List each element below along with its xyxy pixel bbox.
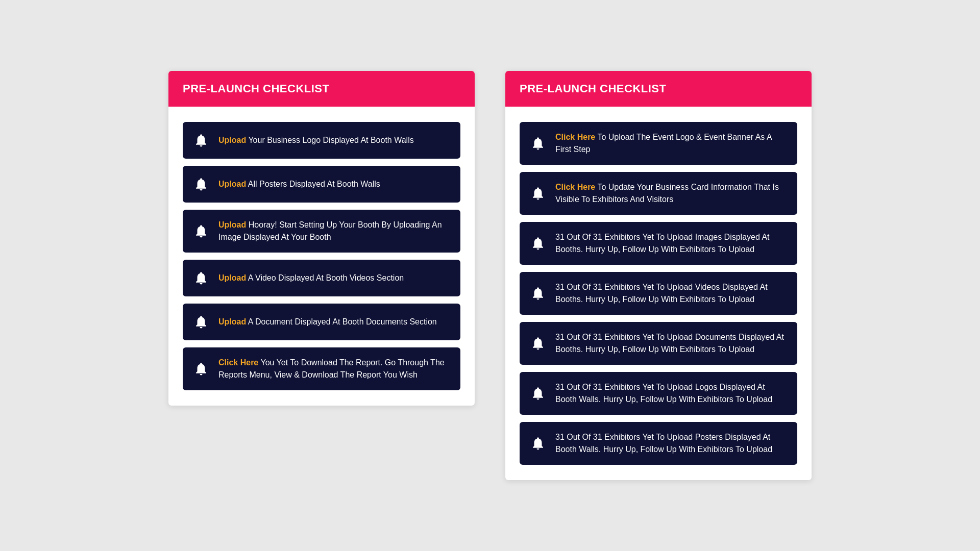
bell-icon [529,284,547,303]
list-item[interactable]: Upload A Document Displayed At Booth Doc… [183,304,460,340]
item-text: Upload Your Business Logo Displayed At B… [218,134,414,146]
bell-icon [529,334,547,353]
bell-icon [192,269,210,287]
bell-icon [192,360,210,378]
item-text: Upload A Video Displayed At Booth Videos… [218,272,404,284]
item-body-text: 31 Out Of 31 Exhibitors Yet To Upload Po… [555,433,772,454]
bell-icon [192,131,210,149]
highlight-label: Upload [218,180,246,188]
item-text: Click Here To Upload The Event Logo & Ev… [555,131,788,156]
list-item[interactable]: Upload Hooray! Start Setting Up Your Boo… [183,210,460,253]
bell-icon [192,175,210,193]
bell-icon [529,134,547,153]
left-checklist-card: PRE-LAUNCH CHECKLIST Upload Your Busines… [168,71,475,406]
left-checklist-header: PRE-LAUNCH CHECKLIST [168,71,475,107]
bell-icon [529,384,547,403]
item-body-text: All Posters Displayed At Booth Walls [248,180,380,188]
list-item[interactable]: 31 Out Of 31 Exhibitors Yet To Upload Lo… [520,372,797,415]
item-text: 31 Out Of 31 Exhibitors Yet To Upload Po… [555,431,788,456]
item-body-text: 31 Out Of 31 Exhibitors Yet To Upload Lo… [555,383,772,404]
bell-icon [529,184,547,203]
item-body-text: Hooray! Start Setting Up Your Booth By U… [218,220,442,241]
item-text: Click Here To Update Your Business Card … [555,181,788,206]
item-text: 31 Out Of 31 Exhibitors Yet To Upload Vi… [555,281,788,306]
list-item[interactable]: 31 Out Of 31 Exhibitors Yet To Upload Im… [520,222,797,265]
list-item[interactable]: Click Here To Update Your Business Card … [520,172,797,215]
list-item[interactable]: Upload A Video Displayed At Booth Videos… [183,260,460,296]
item-body-text: A Video Displayed At Booth Videos Sectio… [248,273,404,282]
item-body-text: A Document Displayed At Booth Documents … [248,317,437,326]
list-item[interactable]: 31 Out Of 31 Exhibitors Yet To Upload Do… [520,322,797,365]
highlight-label: Upload [218,136,246,144]
item-body-text: 31 Out Of 31 Exhibitors Yet To Upload Do… [555,333,784,354]
item-text: Upload A Document Displayed At Booth Doc… [218,316,437,328]
bell-icon [192,222,210,240]
right-checklist-body: Click Here To Upload The Event Logo & Ev… [505,107,812,480]
left-checklist-body: Upload Your Business Logo Displayed At B… [168,107,475,406]
highlight-label: Click Here [555,183,595,191]
item-text: 31 Out Of 31 Exhibitors Yet To Upload Do… [555,331,788,356]
list-item[interactable]: Click Here To Upload The Event Logo & Ev… [520,122,797,165]
bell-icon [529,234,547,253]
item-text: Click Here You Yet To Download The Repor… [218,357,451,381]
highlight-label: Click Here [218,358,258,367]
right-checklist-header: PRE-LAUNCH CHECKLIST [505,71,812,107]
right-checklist-title: PRE-LAUNCH CHECKLIST [520,82,666,95]
left-checklist-title: PRE-LAUNCH CHECKLIST [183,82,329,95]
item-body-text: 31 Out Of 31 Exhibitors Yet To Upload Vi… [555,283,768,304]
highlight-label: Click Here [555,133,595,141]
item-text: 31 Out Of 31 Exhibitors Yet To Upload Lo… [555,381,788,406]
item-text: Upload All Posters Displayed At Booth Wa… [218,178,380,190]
highlight-label: Upload [218,273,246,282]
bell-icon [192,313,210,331]
bell-icon [529,434,547,453]
item-text: Upload Hooray! Start Setting Up Your Boo… [218,219,451,243]
list-item[interactable]: 31 Out Of 31 Exhibitors Yet To Upload Po… [520,422,797,465]
item-text: 31 Out Of 31 Exhibitors Yet To Upload Im… [555,231,788,256]
item-body-text: 31 Out Of 31 Exhibitors Yet To Upload Im… [555,233,770,254]
highlight-label: Upload [218,317,246,326]
list-item[interactable]: Click Here You Yet To Download The Repor… [183,347,460,390]
list-item[interactable]: Upload Your Business Logo Displayed At B… [183,122,460,159]
page-wrapper: PRE-LAUNCH CHECKLIST Upload Your Busines… [20,71,960,480]
list-item[interactable]: Upload All Posters Displayed At Booth Wa… [183,166,460,203]
highlight-label: Upload [218,220,246,229]
item-body-text: Your Business Logo Displayed At Booth Wa… [248,136,413,144]
list-item[interactable]: 31 Out Of 31 Exhibitors Yet To Upload Vi… [520,272,797,315]
right-checklist-card: PRE-LAUNCH CHECKLIST Click Here To Uploa… [505,71,812,480]
